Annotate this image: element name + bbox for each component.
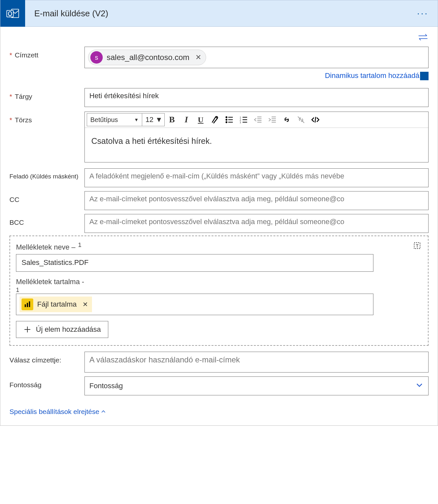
more-menu-icon[interactable]: ··· (417, 8, 438, 19)
indent-button[interactable] (265, 113, 279, 126)
svg-rect-13 (29, 301, 30, 307)
outlook-icon (0, 0, 25, 27)
color-button[interactable] (208, 113, 222, 126)
reply-to-label: Válasz címzettje: (9, 352, 84, 364)
svg-point-5 (226, 122, 227, 123)
attachment-name-input[interactable] (16, 254, 373, 272)
rte-toolbar: Betűtípus▼ 12▼ B I U 123 (85, 112, 428, 128)
from-label: Feladó (Küldés másként) (9, 168, 84, 180)
cc-input[interactable] (84, 191, 429, 210)
svg-point-3 (226, 117, 227, 118)
font-family-select[interactable]: Betűtípus▼ (87, 113, 142, 126)
action-header: E-mail küldése (V2) ··· (0, 0, 438, 27)
hide-advanced-link[interactable]: Speciális beállítások elrejtése (9, 408, 106, 416)
swap-icon[interactable] (417, 33, 429, 43)
to-input[interactable]: s sales_all@contoso.com ✕ (84, 47, 429, 68)
action-title: E-mail küldése (V2) (25, 8, 417, 19)
switch-mode-icon[interactable]: T (412, 241, 422, 252)
to-label: *Címzett (9, 47, 84, 59)
file-content-token[interactable]: Fájl tartalma ✕ (20, 297, 92, 312)
unlink-button[interactable] (294, 113, 308, 126)
recipient-address: sales_all@contoso.com (107, 53, 189, 62)
body-text[interactable]: Csatolva a heti értékesítési hírek. (85, 128, 428, 162)
dynamic-content-icon (420, 72, 429, 80)
bcc-label: BCC (9, 214, 84, 226)
code-view-button[interactable] (308, 113, 323, 126)
remove-chip-icon[interactable]: ✕ (195, 53, 201, 62)
link-button[interactable] (279, 113, 294, 126)
avatar: s (90, 51, 103, 64)
svg-point-4 (226, 119, 227, 120)
italic-button[interactable]: I (179, 113, 193, 126)
remove-token-icon[interactable]: ✕ (83, 300, 88, 308)
cc-label: CC (9, 191, 84, 204)
svg-text:3: 3 (240, 121, 241, 124)
body-editor: Betűtípus▼ 12▼ B I U 123 (84, 112, 429, 162)
attachment-content-label: Mellékletek tartalma - (16, 278, 422, 286)
bcc-input[interactable] (84, 214, 429, 233)
attachment-content-input[interactable]: Fájl tartalma ✕ (16, 294, 373, 315)
add-dynamic-content-link[interactable]: Dinamikus tartalom hozzáadá (325, 71, 429, 80)
font-size-select[interactable]: 12▼ (142, 113, 165, 126)
bullet-list-button[interactable] (222, 113, 236, 126)
powerbi-icon (22, 298, 33, 310)
attachment-content-index: 1 (16, 287, 422, 294)
subject-label: *Tárgy (9, 88, 84, 100)
chevron-down-icon (415, 381, 424, 391)
file-content-token-label: Fájl tartalma (37, 300, 77, 309)
outdent-button[interactable] (251, 113, 265, 126)
svg-rect-12 (27, 303, 28, 307)
subject-input[interactable] (84, 88, 429, 107)
svg-text:T: T (416, 243, 419, 249)
bold-button[interactable]: B (165, 113, 179, 126)
attachments-section: Mellékletek neve –1 T Mellékletek tartal… (9, 236, 429, 346)
importance-value: Fontosság (89, 382, 123, 390)
from-input[interactable] (84, 168, 429, 187)
recipient-chip[interactable]: s sales_all@contoso.com ✕ (88, 50, 206, 65)
svg-rect-11 (25, 304, 26, 307)
attachment-name-label: Mellékletek neve –1 (16, 241, 82, 252)
importance-label: Fontosság (9, 376, 84, 389)
reply-to-input[interactable] (84, 352, 429, 373)
numbered-list-button[interactable]: 123 (236, 113, 251, 126)
subject-value[interactable] (89, 92, 424, 100)
underline-button[interactable]: U (193, 113, 208, 126)
add-item-button[interactable]: Új elem hozzáadása (16, 321, 108, 338)
importance-select[interactable]: Fontosság (84, 376, 429, 395)
body-label: *Törzs (9, 112, 84, 124)
